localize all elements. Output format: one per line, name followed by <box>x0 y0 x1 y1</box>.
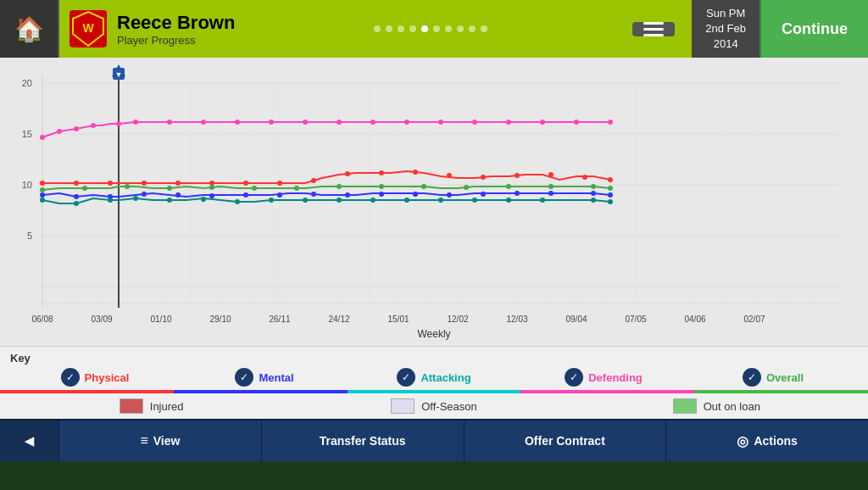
svg-text:15/01: 15/01 <box>387 315 409 324</box>
color-bars <box>0 390 868 393</box>
svg-point-110 <box>591 184 596 189</box>
check-icon-overall: ✓ <box>743 368 761 387</box>
actions-label: Actions <box>754 434 797 448</box>
key-items: ✓ Physical ✓ Mental ✓ Attacking ✓ Defend… <box>10 368 858 387</box>
key-item-physical: ✓ Physical <box>10 368 180 387</box>
svg-text:15: 15 <box>22 129 32 139</box>
transfer-status-label: Transfer Status <box>320 434 406 448</box>
svg-point-130 <box>40 198 45 203</box>
svg-text:06/08: 06/08 <box>31 315 53 324</box>
svg-text:12/02: 12/02 <box>447 315 468 324</box>
legend-box-loan <box>673 398 697 414</box>
svg-point-61 <box>74 126 79 131</box>
key-item-attacking: ✓ Attacking <box>349 368 519 387</box>
svg-point-100 <box>167 186 172 191</box>
svg-text:Weekly: Weekly <box>417 328 450 340</box>
svg-point-145 <box>540 198 545 203</box>
date-line2: 2nd Feb <box>705 21 746 36</box>
home-icon: 🏠 <box>14 15 44 43</box>
key-label-defending: Defending <box>588 371 643 384</box>
svg-point-109 <box>548 184 554 189</box>
svg-point-78 <box>608 120 613 125</box>
svg-text:W: W <box>82 21 94 35</box>
svg-point-77 <box>574 120 579 125</box>
svg-point-146 <box>591 198 596 203</box>
svg-point-125 <box>481 192 486 197</box>
svg-point-69 <box>303 120 308 125</box>
color-bar-attacking <box>348 390 521 393</box>
color-bar-overall <box>694 390 868 393</box>
check-icon-attacking: ✓ <box>397 368 415 387</box>
svg-point-98 <box>82 186 87 191</box>
svg-point-86 <box>277 181 282 186</box>
check-icon-mental: ✓ <box>235 368 253 387</box>
svg-point-96 <box>608 177 613 182</box>
svg-point-79 <box>40 181 45 186</box>
svg-point-132 <box>108 198 113 203</box>
date-box: Sun PM 2nd Feb 2014 <box>692 0 760 58</box>
dots-area <box>245 25 615 32</box>
svg-point-81 <box>108 181 113 186</box>
svg-point-139 <box>337 198 342 203</box>
svg-point-122 <box>379 192 384 197</box>
svg-point-115 <box>142 192 147 197</box>
menu-button[interactable] <box>632 22 675 36</box>
svg-point-67 <box>235 120 240 125</box>
dot-7 <box>457 25 464 32</box>
bottom-nav: ◀ ≡ View Transfer Status Offer Contract … <box>0 419 868 461</box>
svg-point-66 <box>201 120 206 125</box>
player-name: Reece Brown <box>117 12 235 34</box>
home-button[interactable]: 🏠 <box>0 0 59 58</box>
back-icon: ◀ <box>25 434 34 448</box>
club-crest: W <box>70 10 107 47</box>
dot-3 <box>409 25 416 32</box>
legend-label-offseason: Off-Season <box>421 400 477 413</box>
actions-icon: ◎ <box>737 433 748 449</box>
svg-point-99 <box>125 184 130 189</box>
svg-text:03/09: 03/09 <box>91 315 112 324</box>
svg-point-129 <box>608 192 613 198</box>
legend-item-offseason: Off-Season <box>292 398 575 414</box>
header: 🏠 W Reece Brown Player Progress <box>0 0 868 58</box>
legend-item-loan: Out on loan <box>576 398 858 414</box>
svg-point-85 <box>243 181 248 186</box>
back-button[interactable]: ◀ <box>0 420 59 461</box>
nav-transfer-status[interactable]: Transfer Status <box>262 420 465 461</box>
svg-text:5: 5 <box>27 231 32 241</box>
svg-point-70 <box>337 120 342 125</box>
svg-point-62 <box>91 123 96 128</box>
dot-9 <box>481 25 487 32</box>
svg-point-140 <box>370 198 376 203</box>
color-bar-physical <box>0 390 174 393</box>
check-icon-defending: ✓ <box>565 368 583 387</box>
svg-point-105 <box>379 184 384 189</box>
svg-text:10: 10 <box>22 180 32 190</box>
svg-point-106 <box>421 184 426 189</box>
date-line3: 2014 <box>714 36 738 52</box>
svg-point-60 <box>57 129 62 134</box>
legend-label-injured: Injured <box>150 400 184 413</box>
check-icon-physical: ✓ <box>61 368 80 387</box>
nav-offer-contract[interactable]: Offer Contract <box>465 420 667 461</box>
svg-point-120 <box>311 192 316 197</box>
svg-point-119 <box>277 192 282 198</box>
nav-view[interactable]: ≡ View <box>59 420 262 461</box>
svg-point-94 <box>548 172 554 177</box>
view-icon: ≡ <box>140 433 147 448</box>
svg-text:20: 20 <box>22 78 32 88</box>
svg-point-65 <box>167 120 172 125</box>
svg-point-75 <box>506 120 511 125</box>
svg-text:09/04: 09/04 <box>565 315 587 324</box>
nav-actions[interactable]: ◎ Actions <box>666 420 868 461</box>
svg-point-101 <box>209 185 214 190</box>
dot-1 <box>386 25 392 32</box>
svg-point-82 <box>142 181 147 186</box>
svg-point-112 <box>40 192 45 198</box>
legend-label-loan: Out on loan <box>704 400 760 413</box>
svg-point-63 <box>116 121 121 126</box>
chart-svg: 20 15 10 5 ▼ 06/08 03/09 01/10 29/10 26/… <box>0 58 868 346</box>
svg-point-90 <box>413 170 418 175</box>
svg-point-126 <box>515 191 520 196</box>
continue-button[interactable]: Continue <box>760 0 868 58</box>
svg-point-127 <box>548 191 554 196</box>
